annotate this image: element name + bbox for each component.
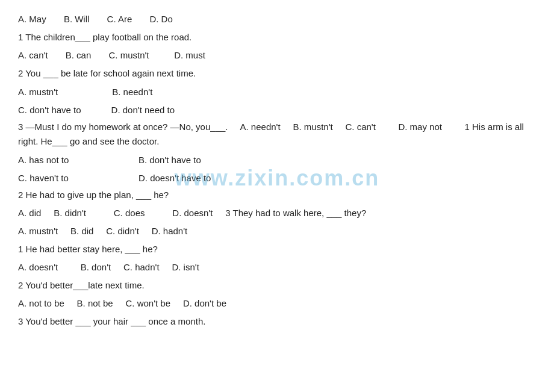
question-3: 3 —Must I do my homework at once? —No, y… xyxy=(18,120,536,149)
q3-opt-c: C. can't xyxy=(346,122,376,132)
question-hair: 3 You'd better ___ your hair ___ once a … xyxy=(18,314,536,329)
q-stay-options: A. doesn't B. don't C. hadn't D. isn't xyxy=(18,260,536,275)
arm-opt-b: B. don't have to xyxy=(138,152,201,168)
arm-opt-a: A. has not to xyxy=(18,152,102,168)
giveup-opt-b: B. didn't xyxy=(54,208,86,218)
late-opt-c: C. won't be xyxy=(125,298,170,308)
question-give-up: 2 He had to give up the plan, ___ he? xyxy=(18,188,536,202)
line-0: A. May B. Will C. Are D. Do xyxy=(18,12,536,26)
option-c: C. Are xyxy=(107,14,132,24)
walk-opt-b: B. did xyxy=(70,226,93,236)
q-late-options: A. not to be B. not be C. won't be D. do… xyxy=(18,296,536,311)
q2-opt-a: A. mustn't xyxy=(18,84,58,100)
q-walk-options: A. mustn't B. did C. didn't D. hadn't xyxy=(18,224,536,238)
stay-opt-b: B. don't xyxy=(81,262,111,272)
question-stay: 1 He had better stay here, ___ he? xyxy=(18,242,536,257)
q-arm-options-row1: A. has not to B. don't have to xyxy=(18,152,536,168)
late-opt-a: A. not to be xyxy=(18,298,64,308)
walk-opt-a: A. mustn't xyxy=(18,226,58,236)
late-opt-b: B. not be xyxy=(77,298,113,308)
option-b: B. Will xyxy=(64,14,90,24)
q2-opt-c: C. don't have to xyxy=(18,102,81,118)
giveup-opt-a: A. did xyxy=(18,208,41,218)
walk-opt-d: D. hadn't xyxy=(152,226,188,236)
q1-opt-c: C. mustn't xyxy=(108,50,149,60)
giveup-opt-c: C. does xyxy=(114,208,145,218)
q1-opt-b: B. can xyxy=(66,50,92,60)
q-giveup-options: A. did B. didn't C. does D. doesn't 3 Th… xyxy=(18,206,536,220)
q1-opt-a: A. can't xyxy=(18,50,48,60)
q2-opt-d: D. don't need to xyxy=(111,102,175,118)
q3-opt-b: B. mustn't xyxy=(293,122,332,132)
walk-opt-c: C. didn't xyxy=(106,226,139,236)
late-opt-d: D. don't be xyxy=(183,298,226,308)
option-a: A. May xyxy=(18,14,46,24)
stay-opt-a: A. doesn't xyxy=(18,262,58,272)
q3-opt-d: D. may not xyxy=(398,122,442,132)
question-2: 2 You ___ be late for school again next … xyxy=(18,66,536,81)
option-d: D. Do xyxy=(149,14,172,24)
arm-opt-c: C. haven't to xyxy=(18,170,102,186)
question-1: 1 The children___ play football on the r… xyxy=(18,30,536,45)
q-arm-options-row2: C. haven't to D. doesn't have to xyxy=(18,170,536,186)
q1-opt-d: D. must xyxy=(174,50,205,60)
giveup-opt-d: D. doesn't xyxy=(172,208,213,218)
arm-opt-d: D. doesn't have to xyxy=(138,170,211,186)
q2-options-row2: C. don't have to D. don't need to xyxy=(18,102,536,118)
q1-options: A. can't B. can C. mustn't D. must xyxy=(18,48,536,63)
stay-opt-d: D. isn't xyxy=(172,262,199,272)
stay-opt-c: C. hadn't xyxy=(123,262,160,272)
q3-opt-a: A. needn't xyxy=(240,122,281,132)
q2-opt-b: B. needn't xyxy=(112,84,152,100)
content-area: A. May B. Will C. Are D. Do 1 The childr… xyxy=(18,12,536,329)
walk-question: 3 They had to walk here, ___ they? xyxy=(225,208,366,218)
q2-options-row1: A. mustn't B. needn't xyxy=(18,84,536,100)
question-late: 2 You'd better___late next time. xyxy=(18,278,536,293)
